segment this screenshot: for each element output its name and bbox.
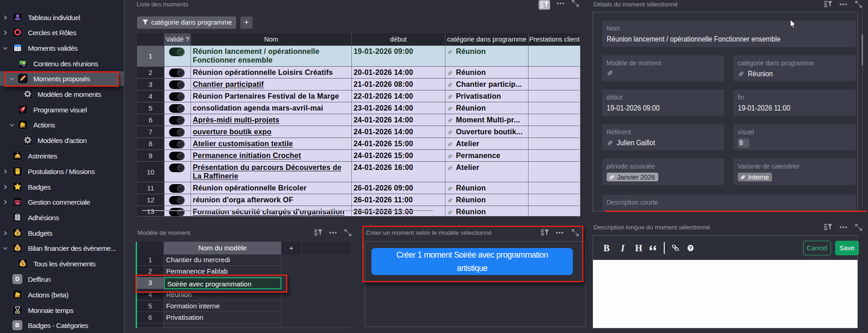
svg-text:$: $ — [21, 262, 24, 266]
svg-text:$: $ — [16, 231, 19, 236]
svg-text:$: $ — [16, 246, 19, 251]
